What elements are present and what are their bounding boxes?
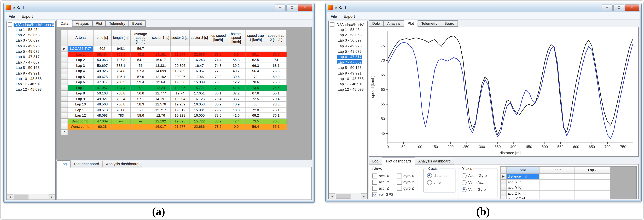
tree-item-lap[interactable]: Lap 10 - 48.568 [6,76,55,82]
tree-root-node[interactable]: - D:\Andrea\Kart\Artena 07 [328,21,368,27]
tree-item-lap[interactable]: Lap 8 - 50.168 [6,65,55,71]
row-header-cell[interactable]: ▶ [61,46,68,52]
speed-trap1-cell[interactable]: 69.2 [245,113,266,118]
table-row[interactable]: ▶ distance [m] [500,174,610,179]
time-cell[interactable]: 49.925 [93,68,112,74]
sector2-cell[interactable]: 19.74 [170,91,190,96]
length-cell[interactable]: 788.5 [111,79,130,85]
tree-root-node[interactable]: - D:\Andrea\Kart\Artena 07 [6,21,55,27]
top-speed-cell[interactable]: 78.5 [209,79,227,85]
sector3-cell[interactable]: 22.686 [190,124,209,129]
tree-item-lap[interactable]: Lap 4 - 49.925 [328,44,368,49]
sector2-cell[interactable]: 19.338 [170,79,190,85]
table-row[interactable]: Lap 12 48.093 783 58.6 12.76 19.328 16.0… [61,113,286,118]
tab[interactable]: Plot [404,20,418,27]
bottom-speed-cell[interactable]: 42.4 [227,118,246,124]
sector2-cell[interactable]: 19.812 [170,107,190,113]
lap7-cell[interactable] [575,196,610,199]
length-cell[interactable]: 797.3 [111,57,130,63]
column-header[interactable]: sector 3 [s] [190,30,209,46]
scroll-thumb[interactable] [336,193,350,198]
radio-dot-icon[interactable] [427,180,432,185]
row-header-cell[interactable] [500,179,506,185]
time-cell[interactable] [93,129,112,135]
speed-trap1-cell[interactable]: 67.6 [245,91,266,96]
speed-trap1-cell[interactable]: 72.5 [245,96,266,102]
length-cell[interactable]: 792.4 [111,96,130,102]
speed-trap2-cell[interactable]: 73.3 [266,102,286,107]
avg-speed-cell[interactable]: 57.1 [130,96,151,102]
sector3-cell[interactable] [190,129,209,135]
checkbox-box-icon[interactable] [397,173,402,178]
speed-trap2-cell[interactable]: 75.5 [266,85,286,90]
sector1-cell[interactable]: 14.191 [151,96,170,102]
column-header[interactable]: top speed [km/h] [209,30,227,46]
checkbox[interactable]: acc. X [372,173,394,179]
column-header[interactable]: sector 1 [s] [151,30,170,46]
bottom-speed-cell[interactable]: 56.3 [227,57,246,63]
sector1-cell[interactable]: 12.192 [151,74,170,79]
top-speed-cell[interactable] [209,46,227,52]
avg-speed-cell[interactable]: 57.6 [130,74,151,79]
lap-name-cell[interactable]: Lap 8 [68,91,93,96]
lap7-cell[interactable] [575,179,610,185]
tree-item-lap[interactable]: Lap 12 - 48.093 [6,87,55,93]
column-header[interactable]: bottom speed [km/h] [227,30,246,46]
scroll-left-icon[interactable]: ◄ [6,194,13,200]
avg-speed-cell[interactable]: 56.6 [130,91,151,96]
speed-trap2-cell[interactable]: 76.8 [266,79,286,85]
table-row[interactable]: acc. Z [g] [500,190,610,196]
time-cell[interactable]: 47.009 [93,118,112,124]
tab[interactable]: Data [368,20,384,27]
maximize-button[interactable]: □ [286,4,298,11]
tab[interactable]: Board [441,20,458,27]
speed-trap2-cell[interactable]: 68.1 [266,63,286,68]
row-header-cell[interactable] [61,96,68,102]
sector1-cell[interactable]: 12.76 [151,113,170,118]
lap-name-cell[interactable]: Lap 6 [68,79,93,85]
avg-speed-cell[interactable]: --- [130,124,151,129]
table-row[interactable]: Lap 10 48.568 786.8 58.3 12.576 19.939 1… [61,102,286,107]
tree-item-lap[interactable]: Lap 3 - 50.697 [328,38,368,44]
radio-dot-icon[interactable] [427,173,432,178]
table-row[interactable]: Lap 9 49.921 792.4 57.1 14.191 19.604 16… [61,96,286,102]
checkbox-box-icon[interactable] [372,179,377,184]
horizontal-scrollbar[interactable]: ◄ ► [328,193,368,199]
speed-trap1-cell[interactable] [245,129,266,135]
tree-item-lap[interactable]: Lap 11 - 48.513 [6,82,55,87]
top-speed-cell[interactable]: 77.3 [209,68,227,74]
column-header[interactable]: speed trap 2 [km/h] [266,30,286,46]
bottom-speed-cell[interactable]: 41.6 [227,113,246,118]
maximize-button[interactable]: □ [613,4,624,11]
speed-trap2-cell[interactable]: 74 [266,57,286,63]
sector3-cell[interactable]: 17.651 [190,91,209,96]
lap-name-cell[interactable]: Lap 1 [68,52,93,57]
top-speed-cell[interactable]: 80.9 [209,118,227,124]
checkbox[interactable]: vel. GPS [372,191,394,197]
avg-speed-cell[interactable]: --- [130,118,151,124]
tree-item-lap[interactable]: Lap 7 - 47.057 [328,60,368,65]
sector2-cell[interactable]: 19.095 [170,85,190,90]
tab[interactable]: Plot dashboard [382,157,415,165]
lap6-cell[interactable] [539,190,575,196]
speed-trap1-cell[interactable]: 73.5 [245,85,266,90]
scroll-thumb[interactable] [14,194,28,199]
tree-item-lap[interactable]: Lap 4 - 49.925 [6,44,55,49]
sector3-cell[interactable]: 16.005 [190,113,209,118]
speed-trap1-cell[interactable]: 73.5 [245,118,266,124]
sector2-cell[interactable]: 20.896 [170,63,190,68]
length-cell[interactable]: 794.8 [111,68,130,74]
length-cell[interactable]: 784.4 [111,85,130,90]
time-cell[interactable]: 48.093 [93,113,112,118]
table-row[interactable]: gyro X [°/s] [500,196,610,199]
sector3-cell[interactable]: 16.126 [190,96,209,102]
sector2-cell[interactable]: 21.577 [170,52,190,57]
lap7-cell[interactable] [575,190,610,196]
sector1-cell[interactable] [151,129,170,135]
minimize-button[interactable]: – [602,4,613,11]
tree-item-lap[interactable]: Lap 1 - 58.454 [6,27,55,33]
bottom-speed-cell[interactable]: 39.6 [227,74,246,79]
table-row[interactable]: Lap 11 48.513 781.8 58 12.717 19.812 15.… [61,107,286,113]
length-cell[interactable]: --- [111,118,130,124]
row-header-cell[interactable] [61,124,68,129]
